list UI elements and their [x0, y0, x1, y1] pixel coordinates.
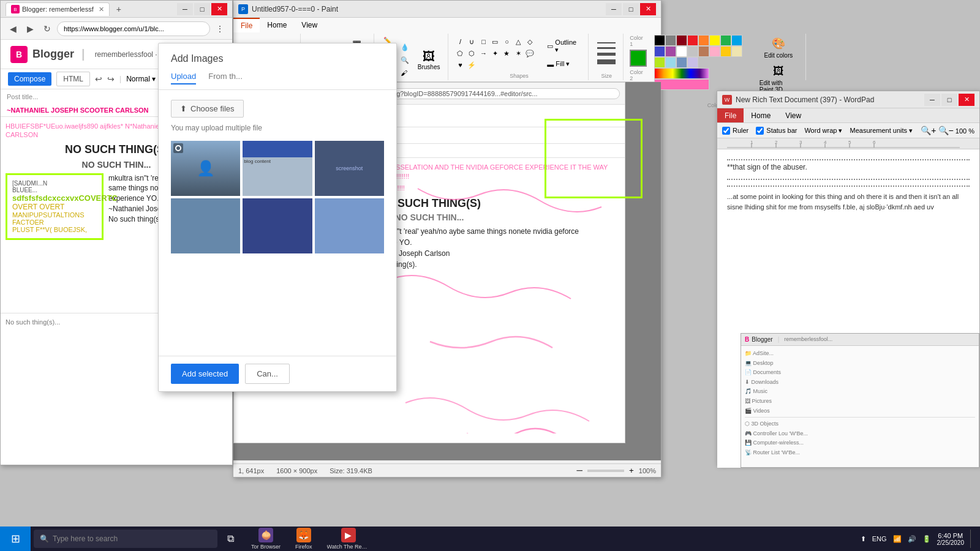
- taskbar-video[interactable]: ▶ Watch The Red Pill 20...: [322, 527, 375, 551]
- refresh-btn[interactable]: ↻: [40, 21, 55, 36]
- shape-hexagon[interactable]: ⬡: [466, 48, 477, 59]
- thumbnail-3[interactable]: screenshot: [315, 141, 384, 196]
- upload-tab[interactable]: Upload: [171, 72, 196, 84]
- taskbar-tor-browser[interactable]: 🧅 Tor Browser: [246, 527, 285, 551]
- notification-icon[interactable]: ⬆: [861, 535, 866, 543]
- shape-heart[interactable]: ♥: [454, 59, 466, 70]
- maximize-btn[interactable]: □: [194, 3, 210, 15]
- edit-colors-btn[interactable]: 🎨 Edit colors: [756, 35, 801, 61]
- color-hotpink[interactable]: [654, 79, 709, 90]
- paint-maximize-btn[interactable]: □: [623, 3, 639, 15]
- wordpad-zoom-out-icon[interactable]: 🔍−: [938, 126, 954, 135]
- file-tab[interactable]: File: [233, 18, 260, 32]
- undo-btn[interactable]: ↩: [95, 74, 102, 84]
- taskbar-firefox[interactable]: 🦊 Firefox: [290, 527, 317, 551]
- wordpad-minimize-btn[interactable]: ─: [924, 94, 940, 106]
- thumbnail-6[interactable]: [315, 198, 384, 253]
- thumbnail-2[interactable]: blog content: [243, 141, 312, 196]
- show-desktop-btn[interactable]: [970, 530, 974, 548]
- shape-pentagon[interactable]: ⬠: [454, 48, 466, 59]
- add-selected-btn[interactable]: Add selected: [171, 364, 239, 384]
- color-brown[interactable]: [698, 46, 709, 57]
- color-gray[interactable]: [665, 35, 676, 46]
- zoom-slider[interactable]: [587, 470, 624, 472]
- home-tab[interactable]: Home: [260, 18, 294, 32]
- wordpad-zoom-in-icon[interactable]: 🔍+: [921, 126, 936, 135]
- color-darkred[interactable]: [676, 35, 687, 46]
- wordpad-close-btn[interactable]: ✕: [959, 94, 974, 106]
- wordpad-text[interactable]: **that sign of the abuser. ...at some po…: [727, 159, 970, 212]
- eyedropper-btn[interactable]: 💧: [398, 42, 412, 53]
- zoom-in-btn[interactable]: +: [629, 466, 634, 475]
- start-btn[interactable]: ⊞: [0, 527, 31, 551]
- clock[interactable]: 6:40 PM 2/25/2020: [937, 532, 965, 546]
- new-tab-btn[interactable]: +: [112, 2, 126, 16]
- color-red[interactable]: [687, 35, 698, 46]
- measurement-units-btn[interactable]: Measurement units ▾: [850, 127, 913, 135]
- view-tab[interactable]: View: [294, 18, 325, 32]
- forward-btn[interactable]: ▶: [23, 21, 37, 36]
- ruler-checkbox[interactable]: [722, 127, 730, 135]
- thumbnail-1[interactable]: 👤: [171, 141, 240, 196]
- color-lime[interactable]: [654, 57, 665, 68]
- shape-star4[interactable]: ✦: [489, 48, 500, 59]
- shape-star5[interactable]: ★: [501, 48, 512, 59]
- size-4[interactable]: [597, 59, 616, 64]
- outline-btn[interactable]: ▭ Outline ▾: [544, 37, 583, 56]
- battery-icon[interactable]: 🔋: [922, 535, 931, 543]
- shape-triangle[interactable]: △: [513, 36, 524, 47]
- font-btn[interactable]: Normal ▾: [126, 75, 156, 83]
- wordpad-file-tab[interactable]: File: [717, 108, 744, 122]
- shape-round-rect[interactable]: ▭: [489, 36, 500, 47]
- close-btn[interactable]: ✕: [211, 3, 227, 15]
- color-lightgray[interactable]: [687, 46, 698, 57]
- shape-curve[interactable]: ∪: [466, 36, 477, 47]
- volume-icon[interactable]: 🔊: [908, 535, 916, 543]
- shape-line[interactable]: /: [454, 36, 466, 47]
- wordpad-maximize-btn[interactable]: □: [941, 94, 957, 106]
- thumbnail-5[interactable]: [243, 198, 312, 253]
- compose-btn[interactable]: Compose: [8, 72, 51, 86]
- settings-btn[interactable]: ⋮: [213, 21, 227, 36]
- size-3[interactable]: [597, 53, 616, 56]
- shape-star6[interactable]: ✶: [513, 48, 524, 59]
- shape-callout[interactable]: 💬: [524, 48, 535, 59]
- network-icon[interactable]: 📶: [893, 535, 902, 543]
- paint-close-btn[interactable]: ✕: [640, 3, 656, 15]
- word-wrap-btn[interactable]: Word wrap ▾: [804, 127, 842, 135]
- color-gold[interactable]: [720, 46, 731, 57]
- shape-rect[interactable]: □: [478, 36, 489, 47]
- shape-diamond[interactable]: ◇: [524, 36, 535, 47]
- brushes-btn[interactable]: 🖼 Brushes: [415, 47, 443, 73]
- taskbar-search[interactable]: 🔍 Type here to search: [34, 530, 217, 548]
- color-rainbow[interactable]: [654, 68, 709, 79]
- paint-minimize-btn[interactable]: ─: [606, 3, 622, 15]
- back-btn[interactable]: ◀: [6, 21, 20, 36]
- cancel-btn[interactable]: Can...: [245, 364, 290, 384]
- color-blue[interactable]: [731, 35, 742, 46]
- shape-oval[interactable]: ○: [501, 36, 512, 47]
- wordpad-view-tab[interactable]: View: [778, 108, 809, 122]
- shape-arrow[interactable]: →: [478, 48, 489, 59]
- zoom-out-btn[interactable]: ─: [577, 466, 582, 475]
- color-pink[interactable]: [709, 46, 720, 57]
- fill-shape-btn[interactable]: ▬ Fill ▾: [544, 58, 583, 70]
- color-cream[interactable]: [731, 46, 742, 57]
- close-tab-icon[interactable]: ✕: [99, 6, 104, 13]
- color1-swatch[interactable]: [630, 50, 647, 67]
- address-bar[interactable]: [57, 21, 210, 36]
- task-view-btn[interactable]: ⧉: [221, 527, 240, 551]
- redo-btn[interactable]: ↪: [107, 74, 115, 84]
- size-2[interactable]: [597, 47, 616, 49]
- color-orange[interactable]: [698, 35, 709, 46]
- color-lavender[interactable]: [687, 57, 698, 68]
- color-indigo[interactable]: [654, 46, 665, 57]
- html-btn[interactable]: HTML: [56, 72, 90, 86]
- color-black[interactable]: [654, 35, 665, 46]
- browser-tab[interactable]: B Blogger: rememberlessf ✕: [6, 2, 110, 16]
- zoom-btn[interactable]: 🔍: [398, 54, 412, 66]
- color-green[interactable]: [720, 35, 731, 46]
- status-bar-checkbox[interactable]: [756, 127, 764, 135]
- language-indicator[interactable]: ENG: [872, 535, 887, 542]
- color-cornflower[interactable]: [676, 57, 687, 68]
